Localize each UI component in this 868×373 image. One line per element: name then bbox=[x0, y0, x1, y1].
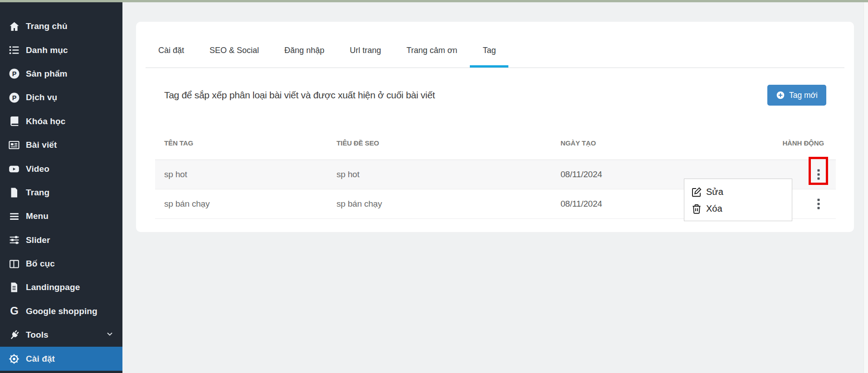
sidebar-item-tools[interactable]: Tools bbox=[0, 323, 122, 347]
tab-cai-dat[interactable]: Cài đặt bbox=[146, 46, 197, 68]
service-circle-icon: P bbox=[8, 92, 20, 103]
tab-seo-social[interactable]: SEO & Social bbox=[197, 46, 272, 68]
plus-circle-icon bbox=[776, 91, 785, 100]
svg-text:G: G bbox=[10, 305, 19, 317]
svg-text:P: P bbox=[12, 70, 16, 78]
sidebar-item-label: Bố cục bbox=[26, 259, 55, 269]
cell-seo-title: sp hot bbox=[327, 161, 551, 188]
sidebar-item-trang[interactable]: Trang bbox=[0, 181, 122, 204]
menu-bars-icon bbox=[8, 210, 20, 222]
sidebar-item-label: Landingpage bbox=[26, 282, 80, 292]
video-icon bbox=[8, 163, 20, 175]
sidebar-item-label: Khóa học bbox=[26, 116, 65, 126]
sliders-icon bbox=[8, 234, 20, 246]
scrollbar[interactable] bbox=[863, 0, 868, 373]
sidebar-item-trang-chu[interactable]: Trang chủ bbox=[0, 15, 122, 38]
sidebar-item-label: Sản phẩm bbox=[26, 69, 68, 79]
top-accent-strip bbox=[0, 0, 868, 2]
sidebar-item-label: Trang bbox=[26, 188, 49, 198]
header-hanh-dong: HÀNH ĐỘNG bbox=[719, 111, 836, 160]
cell-seo-title: sp bán chạy bbox=[327, 191, 551, 217]
sidebar-item-video[interactable]: Video bbox=[0, 157, 122, 180]
sidebar: Trang chủ Danh mục P Sản phẩm P Dịch vụ … bbox=[0, 0, 122, 373]
menu-item-xoa[interactable]: Xóa bbox=[691, 200, 792, 217]
sidebar-item-google-shopping[interactable]: G Google shopping bbox=[0, 300, 122, 323]
chevron-down-icon bbox=[105, 329, 114, 340]
book-icon bbox=[8, 116, 20, 127]
newspaper-icon bbox=[8, 139, 20, 151]
sidebar-item-label: Danh mục bbox=[26, 45, 68, 55]
sidebar-item-khoa-hoc[interactable]: Khóa học bbox=[0, 110, 122, 133]
header-ngay-tao: NGÀY TẠO bbox=[551, 111, 719, 160]
table-header-row: TÊN TAG TIÊU ĐỀ SEO NGÀY TẠO HÀNH ĐỘNG bbox=[155, 111, 836, 160]
trash-icon bbox=[691, 203, 702, 214]
tag-description: Tag để sắp xếp phân loại bài viết và đượ… bbox=[164, 90, 435, 101]
sidebar-item-san-pham[interactable]: P Sản phẩm bbox=[0, 62, 122, 86]
sidebar-item-danh-muc[interactable]: Danh mục bbox=[0, 38, 122, 62]
sidebar-item-slider[interactable]: Slider bbox=[0, 228, 122, 252]
product-circle-icon: P bbox=[8, 68, 20, 80]
sidebar-item-bo-cuc[interactable]: Bố cục bbox=[0, 252, 122, 276]
gear-icon bbox=[8, 353, 20, 365]
landingpage-icon bbox=[8, 281, 20, 293]
tab-tag[interactable]: Tag bbox=[470, 46, 508, 68]
list-icon bbox=[8, 44, 20, 56]
row-actions-menu: Sửa Xóa bbox=[684, 179, 792, 221]
sidebar-item-label: Cài đặt bbox=[26, 354, 55, 364]
row-actions-kebab-icon[interactable] bbox=[815, 168, 822, 181]
settings-tabs: Cài đặt SEO & Social Đăng nhập Url trang… bbox=[146, 22, 844, 68]
page-icon bbox=[8, 187, 20, 199]
tab-url-trang[interactable]: Url trang bbox=[337, 46, 394, 68]
plug-icon bbox=[8, 329, 20, 341]
sidebar-item-label: Google shopping bbox=[26, 306, 98, 316]
new-tag-button[interactable]: Tag mới bbox=[767, 85, 826, 106]
row-actions-kebab-icon[interactable] bbox=[815, 198, 822, 210]
home-icon bbox=[8, 20, 20, 32]
sidebar-item-label: Video bbox=[26, 164, 49, 174]
sidebar-item-label: Bài viết bbox=[26, 140, 57, 150]
cell-tag-name: sp bán chạy bbox=[155, 191, 327, 217]
sidebar-item-dich-vu[interactable]: P Dịch vụ bbox=[0, 86, 122, 109]
menu-item-label: Xóa bbox=[706, 203, 722, 214]
header-tieu-de-seo: TIÊU ĐỀ SEO bbox=[327, 111, 551, 160]
svg-text:P: P bbox=[12, 94, 16, 102]
tab-dang-nhap[interactable]: Đăng nhập bbox=[272, 46, 337, 68]
cell-tag-name: sp hot bbox=[155, 161, 327, 188]
sidebar-item-bai-viet[interactable]: Bài viết bbox=[0, 133, 122, 157]
header-ten-tag: TÊN TAG bbox=[155, 111, 327, 160]
sidebar-item-landingpage[interactable]: Landingpage bbox=[0, 276, 122, 299]
sidebar-item-label: Dịch vụ bbox=[26, 92, 57, 102]
sidebar-item-cai-dat[interactable]: Cài đặt bbox=[0, 347, 122, 370]
sidebar-item-label: Slider bbox=[26, 235, 50, 245]
tab-trang-cam-on[interactable]: Trang cảm ơn bbox=[394, 46, 470, 68]
sidebar-item-label: Tools bbox=[26, 330, 49, 340]
sidebar-item-label: Trang chủ bbox=[26, 21, 68, 31]
new-tag-button-label: Tag mới bbox=[789, 91, 818, 100]
menu-item-sua[interactable]: Sửa bbox=[691, 184, 792, 200]
edit-icon bbox=[691, 187, 702, 198]
google-icon: G bbox=[8, 305, 20, 317]
menu-item-label: Sửa bbox=[706, 187, 723, 197]
layout-columns-icon bbox=[8, 258, 20, 270]
sidebar-item-menu[interactable]: Menu bbox=[0, 204, 122, 228]
sidebar-item-label: Menu bbox=[26, 211, 49, 221]
